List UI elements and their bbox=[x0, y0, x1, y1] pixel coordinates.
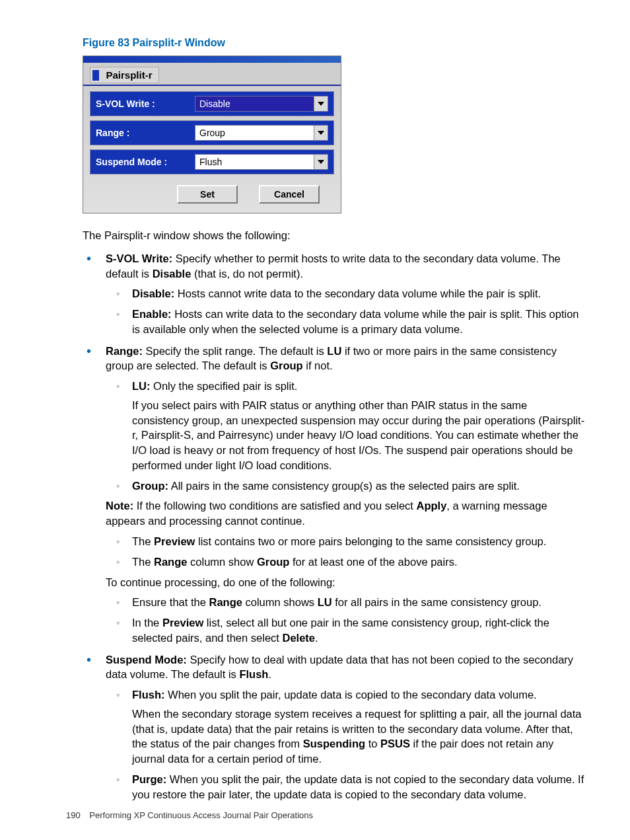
term: Flush: bbox=[132, 689, 165, 701]
fix-1: Ensure that the Range column shows LU fo… bbox=[106, 595, 585, 610]
dialog-body: S-VOL Write : Disable Range : Group bbox=[83, 85, 341, 213]
flush-paragraph: When the secondary storage system receiv… bbox=[132, 706, 585, 767]
page-footer: 190 Performing XP Continuous Access Jour… bbox=[66, 810, 313, 820]
text: Hosts can write data to the secondary da… bbox=[132, 308, 579, 335]
text: Group bbox=[270, 360, 303, 371]
lu-paragraph: If you select pairs with PAIR status or … bbox=[132, 398, 585, 473]
pairsplit-dialog: Pairsplit-r S-VOL Write : Disable Range … bbox=[83, 56, 341, 213]
term: Purge: bbox=[132, 773, 166, 785]
text: Suspending bbox=[303, 738, 365, 749]
continue-text: To continue processing, do one of the fo… bbox=[106, 575, 585, 590]
select-svol-value: Disable bbox=[195, 98, 314, 109]
item-suspend: Suspend Mode: Specify how to deal with u… bbox=[83, 652, 585, 802]
sub-enable: Enable: Hosts can write data to the seco… bbox=[106, 307, 585, 337]
tab-label: Pairsplit-r bbox=[106, 67, 158, 83]
condition-1: The Preview list contains two or more pa… bbox=[106, 534, 585, 549]
label-suspend-mode: Suspend Mode : bbox=[96, 157, 195, 167]
text: to bbox=[365, 738, 380, 749]
footer-section: Performing XP Continuous Access Journal … bbox=[89, 810, 313, 820]
figure-caption: Figure 83 Pairsplit-r Window bbox=[83, 37, 585, 49]
text: . bbox=[315, 632, 318, 644]
text: LU bbox=[327, 345, 341, 357]
tab-marker-icon bbox=[92, 70, 99, 81]
conditions-list: The Preview list contains two or more pa… bbox=[106, 534, 585, 570]
term: S-VOL Write: bbox=[106, 252, 172, 264]
select-range[interactable]: Group bbox=[195, 125, 328, 141]
text: The bbox=[132, 556, 154, 568]
set-button[interactable]: Set bbox=[177, 185, 238, 204]
term: Note: bbox=[106, 500, 133, 512]
page-number: 190 bbox=[66, 810, 81, 820]
text: Specify the split range. The default is bbox=[143, 345, 327, 357]
select-suspend-mode[interactable]: Flush bbox=[195, 154, 328, 170]
dialog-title-bar bbox=[83, 56, 341, 63]
text: (that is, do not permit). bbox=[191, 268, 303, 280]
text: Disable bbox=[153, 268, 192, 280]
row-range: Range : Group bbox=[90, 120, 334, 145]
sub-list: Disable: Hosts cannot write data to the … bbox=[106, 286, 585, 336]
term: Disable: bbox=[132, 287, 174, 299]
text: Range bbox=[209, 596, 242, 608]
select-svol-write[interactable]: Disable bbox=[195, 96, 328, 112]
text: if not. bbox=[303, 360, 333, 371]
text: for all pairs in the same consistency gr… bbox=[332, 596, 542, 608]
term: Enable: bbox=[132, 308, 172, 320]
item-svol: S-VOL Write: Specify whether to permit h… bbox=[83, 251, 585, 337]
sub-list: Flush: When you split the pair, update d… bbox=[106, 687, 585, 802]
dropdown-arrow-icon bbox=[314, 155, 328, 169]
select-suspend-value: Flush bbox=[195, 157, 314, 167]
text: In the bbox=[132, 617, 162, 629]
text: Only the specified pair is split. bbox=[151, 380, 298, 392]
text: column shows bbox=[242, 596, 318, 608]
svg-marker-0 bbox=[318, 102, 324, 106]
dropdown-arrow-icon bbox=[314, 126, 328, 140]
svg-marker-2 bbox=[318, 160, 324, 164]
note-block: Note: If the following two conditions ar… bbox=[106, 498, 585, 529]
svg-marker-1 bbox=[318, 131, 324, 135]
intro-text: The Pairsplit-r window shows the followi… bbox=[83, 228, 585, 243]
text: Delete bbox=[282, 632, 315, 644]
text: Flush bbox=[239, 668, 268, 680]
text: . bbox=[268, 668, 271, 680]
sub-disable: Disable: Hosts cannot write data to the … bbox=[106, 286, 585, 301]
sub-lu: LU: Only the specified pair is split. If… bbox=[106, 379, 585, 473]
dropdown-arrow-icon bbox=[314, 96, 328, 111]
text: column show bbox=[187, 556, 256, 568]
text: Range bbox=[154, 556, 187, 568]
term: Suspend Mode: bbox=[106, 654, 187, 666]
condition-2: The Range column show Group for at least… bbox=[106, 554, 585, 570]
text: Preview bbox=[162, 617, 203, 629]
sub-flush: Flush: When you split the pair, update d… bbox=[106, 687, 585, 767]
text: for at least one of the above pairs. bbox=[289, 556, 457, 568]
label-svol-write: S-VOL Write : bbox=[96, 98, 195, 109]
text: Apply bbox=[417, 500, 447, 512]
dialog-button-row: Set Cancel bbox=[90, 178, 334, 204]
cancel-button[interactable]: Cancel bbox=[259, 185, 320, 204]
sub-group: Group: All pairs in the same consistency… bbox=[106, 478, 585, 494]
dialog-tab[interactable]: Pairsplit-r bbox=[90, 67, 159, 83]
row-svol-write: S-VOL Write : Disable bbox=[90, 91, 334, 116]
text: list contains two or more pairs belongin… bbox=[195, 535, 546, 547]
text: LU bbox=[318, 596, 332, 608]
label-range: Range : bbox=[96, 128, 195, 138]
text: PSUS bbox=[380, 738, 410, 749]
text: Group bbox=[257, 556, 290, 568]
term: LU: bbox=[132, 380, 151, 392]
fix-list: Ensure that the Range column shows LU fo… bbox=[106, 595, 585, 645]
text: When you split the pair, the update data… bbox=[132, 773, 584, 800]
text: When you split the pair, update data is … bbox=[165, 689, 537, 701]
main-list: S-VOL Write: Specify whether to permit h… bbox=[83, 251, 585, 802]
text: Ensure that the bbox=[132, 596, 209, 608]
body-text: The Pairsplit-r window shows the followi… bbox=[83, 228, 585, 802]
text: Hosts cannot write data to the secondary… bbox=[174, 287, 541, 299]
fix-2: In the Preview list, select all but one … bbox=[106, 615, 585, 646]
sub-list: LU: Only the specified pair is split. If… bbox=[106, 379, 585, 493]
text: If the following two conditions are sati… bbox=[133, 500, 416, 512]
text: The bbox=[132, 535, 154, 547]
select-range-value: Group bbox=[195, 128, 314, 138]
row-suspend-mode: Suspend Mode : Flush bbox=[90, 149, 334, 174]
term: Range: bbox=[106, 345, 143, 357]
sub-purge: Purge: When you split the pair, the upda… bbox=[106, 772, 585, 802]
term: Group: bbox=[132, 480, 168, 492]
text: Preview bbox=[154, 535, 195, 547]
